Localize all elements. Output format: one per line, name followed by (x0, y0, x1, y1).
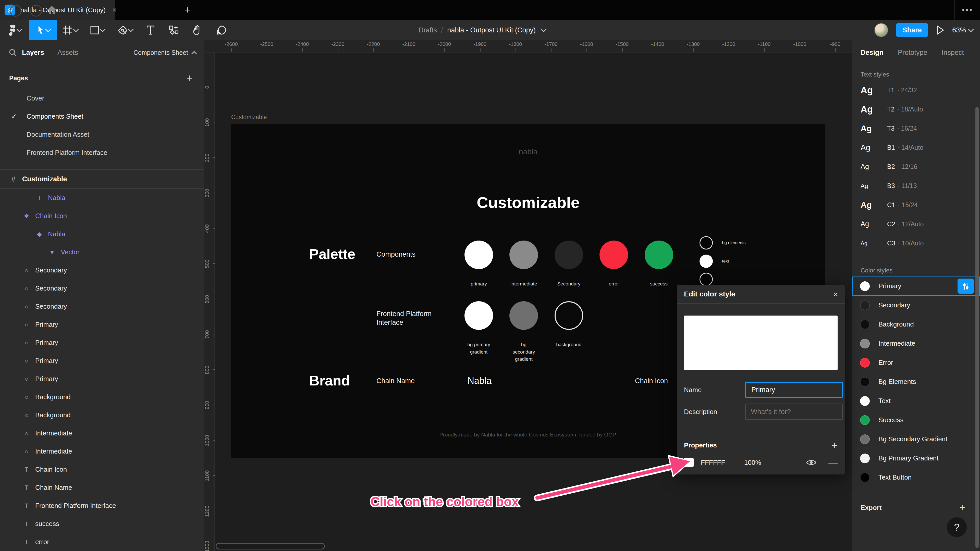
text-style-row[interactable]: Ag T1 · 24/32 (853, 81, 980, 100)
text-style-row[interactable]: Ag C1 · 15/24 (853, 195, 980, 214)
layer-row[interactable]: T Frontend Platform Interface (0, 497, 204, 515)
layer-row[interactable]: ○ Primary (0, 370, 204, 388)
layer-row[interactable]: ○ Secondary (0, 297, 204, 316)
fpi-swatch[interactable]: bg primary gradient (465, 301, 493, 356)
tab-assets[interactable]: Assets (57, 49, 78, 57)
color-style-row[interactable]: Intermediate (853, 334, 980, 353)
color-style-row[interactable]: Error (853, 353, 980, 372)
hand-tool-button[interactable] (185, 20, 210, 40)
page-item[interactable]: ✓ Components Sheet (0, 107, 204, 125)
layer-row[interactable]: ○ Primary (0, 316, 204, 333)
text-style-row[interactable]: Ag B2 · 12/16 (853, 157, 980, 176)
palette-swatch[interactable]: Secondary (555, 241, 583, 288)
layer-row[interactable]: ○ Primary (0, 352, 204, 370)
color-style-row[interactable]: Background (853, 315, 980, 334)
layer-row[interactable]: ◆ Nabla (0, 225, 204, 243)
chevron-down-icon[interactable] (541, 27, 546, 32)
layer-row[interactable]: T error (0, 533, 204, 551)
comment-tool-button[interactable] (210, 20, 233, 40)
layer-row[interactable]: ▼ Vector (0, 243, 204, 261)
help-button[interactable]: ? (947, 517, 967, 537)
color-style-row[interactable]: Bg Secondary Gradient (853, 430, 980, 449)
zoom-control[interactable]: 63% (952, 26, 973, 34)
tab-design[interactable]: Design (861, 49, 883, 57)
text-style-row[interactable]: Ag T2 · 18/Auto (853, 100, 980, 119)
color-style-row[interactable]: Text Button (853, 468, 980, 487)
color-style-row[interactable]: Text (853, 391, 980, 410)
close-tab-icon[interactable]: × (112, 6, 117, 14)
layer-row[interactable]: T Chain Name (0, 478, 204, 497)
layer-row[interactable]: ○ Primary (0, 333, 204, 352)
text-style-row[interactable]: Ag C2 · 12/Auto (853, 214, 980, 233)
text-style-row[interactable]: Ag B3 · 11/13 (853, 176, 980, 195)
page-item[interactable]: ✓ Frontend Platform Interface (0, 144, 204, 162)
nav-forward-icon[interactable] (30, 5, 42, 17)
text-style-row[interactable]: Ag T3 · 16/24 (853, 119, 980, 138)
layer-row[interactable]: ○ Background (0, 388, 204, 406)
layer-row[interactable]: ❖ Chain Icon (0, 207, 204, 225)
layer-row[interactable]: T Nabla (0, 189, 204, 207)
add-page-icon[interactable]: + (186, 73, 192, 84)
text-style-row[interactable]: Ag C3 · 10/Auto (853, 233, 980, 253)
hex-value[interactable]: FFFFFF (701, 459, 744, 467)
tab-layers[interactable]: Layers (22, 49, 44, 57)
breadcrumb-document-title[interactable]: nabla - Outpost UI Kit (Copy) (447, 26, 536, 34)
palette-swatch[interactable]: error (600, 241, 628, 288)
color-preview-swatch[interactable] (684, 316, 838, 370)
add-property-icon[interactable]: + (832, 440, 838, 451)
visibility-eye-icon[interactable] (806, 459, 817, 466)
fpi-swatch[interactable]: bg secondary gradient (509, 301, 538, 363)
tab-prototype[interactable]: Prototype (898, 49, 928, 57)
export-section[interactable]: Export + (853, 499, 980, 516)
present-icon[interactable] (936, 25, 945, 35)
more-menu-icon[interactable]: ••• (955, 0, 980, 20)
shape-tool-button[interactable] (84, 20, 111, 40)
horizontal-scrollbar[interactable] (216, 543, 325, 549)
side-swatch[interactable]: text (700, 254, 729, 268)
text-tool-button[interactable] (139, 20, 162, 40)
layer-row[interactable]: ○ Secondary (0, 279, 204, 297)
side-swatch[interactable] (700, 273, 722, 286)
layer-row[interactable]: ○ Intermediate (0, 442, 204, 460)
side-swatch[interactable]: bg elements (700, 236, 746, 249)
add-export-icon[interactable]: + (959, 502, 965, 513)
layer-row[interactable]: T Chain Icon (0, 460, 204, 478)
palette-swatch[interactable]: intermediate (509, 241, 538, 288)
color-style-row[interactable]: Bg Primary Gradient (853, 449, 980, 468)
fpi-swatch[interactable]: background (555, 301, 583, 348)
color-style-row[interactable]: Bg Elements (853, 372, 980, 391)
color-style-row[interactable]: Primary (853, 276, 980, 295)
layer-row[interactable]: T success (0, 515, 204, 533)
layer-row[interactable]: ○ Background (0, 406, 204, 424)
move-tool-button[interactable] (29, 20, 57, 40)
nav-back-icon[interactable] (10, 5, 21, 17)
edit-style-button[interactable] (958, 279, 974, 294)
page-item[interactable]: ✓ Documentation Asset (0, 125, 204, 144)
frame-canvas-label[interactable]: Customizable (231, 114, 267, 121)
palette-swatch[interactable]: success (645, 241, 673, 288)
remove-property-icon[interactable]: — (829, 457, 838, 468)
share-button[interactable]: Share (896, 23, 928, 37)
breadcrumb-drafts[interactable]: Drafts (418, 26, 437, 34)
chain-name-value[interactable]: Nabla (468, 375, 492, 386)
main-menu-button[interactable] (0, 20, 29, 40)
dialog-header[interactable]: Edit color style × (677, 285, 845, 304)
color-style-row[interactable]: Success (853, 410, 980, 430)
description-input[interactable]: What's it for? (745, 403, 843, 420)
search-icon[interactable] (9, 48, 17, 57)
vertical-scrollbar[interactable] (975, 107, 979, 548)
layer-row[interactable]: ○ Intermediate (0, 424, 204, 442)
avatar[interactable] (874, 23, 888, 37)
home-button[interactable] (43, 0, 61, 20)
text-style-row[interactable]: Ag B1 · 14/Auto (853, 138, 980, 157)
palette-swatch[interactable]: primary (465, 241, 493, 288)
color-style-row[interactable]: Secondary (853, 295, 980, 315)
name-input[interactable]: Primary (745, 382, 843, 398)
layers-root-frame[interactable]: # Customizable (0, 170, 204, 188)
opacity-value[interactable]: 100% (744, 459, 761, 467)
layer-row[interactable]: ○ Secondary (0, 261, 204, 279)
resources-tool-button[interactable] (162, 20, 185, 40)
frame-tool-button[interactable] (57, 20, 84, 40)
pen-tool-button[interactable] (111, 20, 139, 40)
tab-inspect[interactable]: Inspect (942, 49, 964, 57)
